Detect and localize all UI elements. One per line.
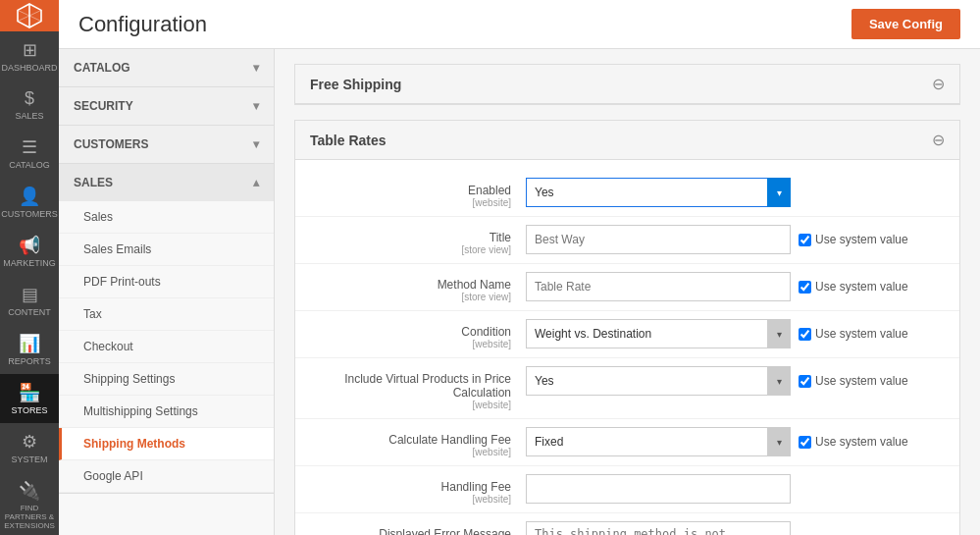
form-row-handling-fee: Handling Fee [website] [295, 466, 959, 513]
nav-item-stores[interactable]: 🏪 STORES [0, 374, 59, 423]
select-condition[interactable]: Weight vs. Destination Price vs. Destina… [526, 319, 791, 348]
sidebar-item-sales[interactable]: Sales [59, 201, 274, 234]
marketing-icon: 📢 [19, 235, 40, 256]
sidebar-section-header-security[interactable]: SECURITY ▾ [59, 87, 274, 125]
control-title: Use system value [526, 225, 945, 254]
select-calc-handling[interactable]: Fixed Percent [526, 427, 791, 456]
page-title: Configuration [78, 12, 207, 37]
nav-label-marketing: MARKETING [3, 258, 56, 268]
scope-handling-fee: [website] [310, 494, 511, 505]
select-wrap-include-virtual: Yes No ▾ [526, 366, 791, 396]
sales-icon: $ [25, 88, 34, 109]
label-error-message: Displayed Error Message [store view] [310, 521, 526, 535]
nav-item-content[interactable]: ▤ CONTENT [0, 276, 59, 325]
nav-item-system[interactable]: ⚙ SYSTEM [0, 423, 59, 472]
sidebar-item-checkout[interactable]: Checkout [59, 331, 274, 363]
control-method-name: Use system value [526, 272, 945, 301]
sidebar-section-label-security: SECURITY [74, 99, 133, 113]
form-row-method-name: Method Name [store view] Use system valu… [295, 264, 959, 311]
nav-item-sales[interactable]: $ SALES [0, 80, 59, 129]
use-system-calc-handling: Use system value [799, 435, 908, 449]
use-system-title: Use system value [799, 233, 908, 246]
find-icon: 🔌 [19, 480, 40, 502]
nav-label-find: FIND PARTNERS & EXTENSIONS [4, 504, 55, 530]
select-include-virtual[interactable]: Yes No [526, 366, 791, 396]
sidebar-section-sales: SALES ▴ Sales Sales Emails PDF Print-out… [59, 164, 274, 494]
chevron-down-icon: ▾ [253, 61, 259, 75]
use-system-include-virtual: Use system value [799, 374, 908, 388]
sidebar-item-sales-emails[interactable]: Sales Emails [59, 234, 274, 266]
content-icon: ▤ [22, 284, 38, 305]
nav-item-marketing[interactable]: 📢 MARKETING [0, 227, 59, 276]
main-content: Configuration Save Config CATALOG ▾ SECU… [59, 0, 980, 535]
sidebar-item-multishipping[interactable]: Multishipping Settings [59, 396, 274, 428]
control-error-message: Use system value [526, 521, 945, 535]
use-system-condition-label: Use system value [815, 327, 908, 341]
label-handling-fee: Handling Fee [website] [310, 474, 526, 505]
nav-label-content: CONTENT [8, 307, 51, 317]
nav-label-sales: SALES [15, 111, 43, 121]
form-row-include-virtual: Include Virtual Products in Price Calcul… [295, 358, 959, 419]
select-wrap-condition: Weight vs. Destination Price vs. Destina… [526, 319, 791, 348]
sidebar-section-header-customers[interactable]: CUSTOMERS ▾ [59, 126, 274, 163]
nav-item-customers[interactable]: 👤 CUSTOMERS [0, 178, 59, 227]
config-sidebar: CATALOG ▾ SECURITY ▾ CUSTOMERS ▾ [59, 49, 275, 535]
sidebar-item-shipping-methods[interactable]: Shipping Methods [59, 428, 274, 460]
sidebar-item-shipping-settings[interactable]: Shipping Settings [59, 363, 274, 396]
nav-item-catalog[interactable]: ☰ CATALOG [0, 129, 59, 178]
form-row-title: Title [store view] Use system value [295, 217, 959, 264]
table-rates-form: Enabled [website] Yes No ▾ [295, 160, 959, 535]
control-enabled: Yes No ▾ [526, 178, 945, 207]
sidebar-item-tax[interactable]: Tax [59, 298, 274, 331]
save-config-button[interactable]: Save Config [851, 9, 960, 39]
control-calc-handling: Fixed Percent ▾ Use system value [526, 427, 945, 456]
sidebar-item-google-api[interactable]: Google API [59, 460, 274, 493]
control-handling-fee [526, 474, 945, 504]
checkbox-use-system-calc-handling[interactable] [799, 436, 811, 449]
form-row-condition: Condition [website] Weight vs. Destinati… [295, 311, 959, 358]
chevron-down-icon: ▾ [253, 137, 259, 151]
sidebar-section-security: SECURITY ▾ [59, 87, 274, 126]
use-system-method-name-label: Use system value [815, 280, 908, 294]
form-row-enabled: Enabled [website] Yes No ▾ [295, 170, 959, 217]
input-title[interactable] [526, 225, 791, 254]
textarea-error-message[interactable] [526, 521, 791, 535]
form-row-calc-handling: Calculate Handling Fee [website] Fixed P… [295, 419, 959, 466]
sidebar-section-label-customers: CUSTOMERS [74, 137, 148, 151]
checkbox-use-system-method-name[interactable] [799, 281, 811, 294]
nav-label-catalog: CATALOG [9, 160, 50, 170]
checkbox-use-system-condition[interactable] [799, 328, 811, 341]
checkbox-use-system-title[interactable] [799, 234, 811, 246]
table-rates-panel-header[interactable]: Table Rates ⊖ [295, 121, 959, 160]
label-calc-handling: Calculate Handling Fee [website] [310, 427, 526, 457]
nav-item-find[interactable]: 🔌 FIND PARTNERS & EXTENSIONS [0, 472, 59, 535]
label-title: Title [store view] [310, 225, 526, 255]
scope-method-name: [store view] [310, 292, 511, 302]
nav-item-dashboard[interactable]: ⊞ DASHBOARD [0, 31, 59, 80]
select-wrap-enabled: Yes No ▾ [526, 178, 791, 207]
nav-item-reports[interactable]: 📊 REPORTS [0, 325, 59, 374]
use-system-calc-handling-label: Use system value [815, 435, 908, 449]
customers-icon: 👤 [19, 186, 40, 207]
sidebar-section-header-sales[interactable]: SALES ▴ [59, 164, 274, 201]
control-condition: Weight vs. Destination Price vs. Destina… [526, 319, 945, 348]
sidebar-section-header-catalog[interactable]: CATALOG ▾ [59, 49, 274, 86]
sidebar-section-catalog: CATALOG ▾ [59, 49, 274, 87]
use-system-include-virtual-label: Use system value [815, 374, 908, 388]
body-container: CATALOG ▾ SECURITY ▾ CUSTOMERS ▾ [59, 49, 980, 535]
free-shipping-panel: Free Shipping ⊖ [294, 64, 960, 105]
input-method-name[interactable] [526, 272, 791, 301]
sidebar-item-pdf-printouts[interactable]: PDF Print-outs [59, 266, 274, 298]
free-shipping-panel-header[interactable]: Free Shipping ⊖ [295, 65, 959, 104]
select-enabled[interactable]: Yes No [526, 178, 791, 207]
use-system-condition: Use system value [799, 327, 908, 341]
nav-label-dashboard: DASHBOARD [2, 63, 58, 73]
scope-include-virtual: [website] [310, 400, 511, 410]
sidebar-section-label-catalog: CATALOG [74, 61, 130, 75]
checkbox-use-system-include-virtual[interactable] [799, 375, 811, 388]
collapse-icon: ⊖ [932, 75, 945, 93]
label-enabled: Enabled [website] [310, 178, 526, 208]
input-handling-fee[interactable] [526, 474, 791, 504]
logo[interactable] [0, 0, 59, 31]
stores-icon: 🏪 [19, 382, 40, 403]
